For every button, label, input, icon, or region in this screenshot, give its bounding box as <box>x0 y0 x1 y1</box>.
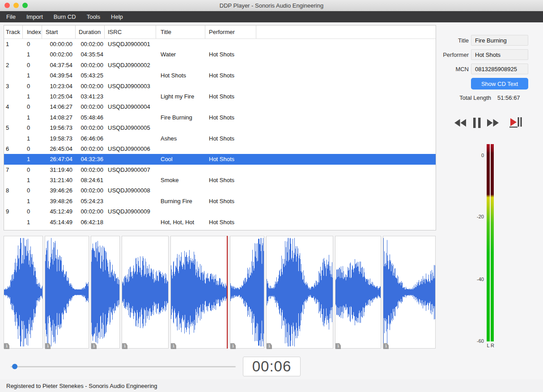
meter-channel-right-label: R <box>491 343 494 348</box>
waveform-segment[interactable]: 1 <box>383 236 436 349</box>
column-header-start[interactable]: Start <box>42 26 76 38</box>
table-row[interactable]: 126:47:0404:32:36CoolHot Shots <box>4 154 436 164</box>
playhead-cursor[interactable] <box>227 236 228 349</box>
play-to-marker-button[interactable] <box>509 117 523 128</box>
menu-burn-cd[interactable]: Burn CD <box>48 11 81 22</box>
table-row[interactable]: 8039:46:2600:02:00USQDJ0900008 <box>4 185 436 196</box>
cell-filler <box>256 102 436 112</box>
cell-duration: 00:02:00 <box>76 102 105 112</box>
mcn-field-label: MCN <box>424 66 469 72</box>
cell-isrc: USQDJ0900008 <box>105 185 156 196</box>
table-row[interactable]: 3010:23:0400:02:00USQDJ0900003 <box>4 81 436 91</box>
mcn-field[interactable] <box>471 64 528 74</box>
menu-tools[interactable]: Tools <box>81 11 106 22</box>
column-header-index[interactable]: Index <box>23 26 42 38</box>
cell-isrc: USQDJ0900004 <box>105 102 156 112</box>
performer-field[interactable] <box>471 49 528 60</box>
table-row[interactable]: 7031:19:4000:02:00USQDJ0900007 <box>4 165 436 175</box>
cell-performer: Hot Shots <box>205 91 256 102</box>
zoom-window-button[interactable] <box>22 3 28 8</box>
waveform-segment[interactable]: 1 <box>335 236 381 349</box>
column-header-title[interactable]: Title <box>156 26 205 38</box>
cell-index: 1 <box>23 196 42 206</box>
table-row[interactable]: 9045:12:4900:02:00USQDJ0900009 <box>4 206 436 217</box>
cell-duration: 00:02:00 <box>76 39 105 49</box>
window-controls <box>4 3 28 8</box>
seek-slider-track[interactable] <box>11 366 236 367</box>
table-row[interactable]: 5019:56:7300:02:00USQDJ0900005 <box>4 123 436 133</box>
cell-start: 39:48:26 <box>42 196 76 206</box>
column-header-track[interactable]: Track <box>4 26 23 38</box>
close-window-button[interactable] <box>4 3 10 8</box>
waveform-segment[interactable]: 1 <box>170 236 228 349</box>
table-row[interactable]: 104:39:5405:43:25Hot ShotsHot Shots <box>4 70 436 81</box>
cell-duration: 04:35:54 <box>76 49 105 60</box>
waveform-segment[interactable]: 1 <box>266 236 333 349</box>
table-row[interactable]: 6026:45:0400:02:00USQDJ0900006 <box>4 144 436 154</box>
table-row[interactable]: 110:25:0403:41:23Light my FireHot Shots <box>4 91 436 102</box>
waveform-segment[interactable]: 1 <box>4 236 43 349</box>
cell-start: 31:21:40 <box>42 175 76 185</box>
table-row[interactable]: 2004:37:5400:02:00USQDJ0900002 <box>4 60 436 70</box>
cell-start: 19:56:73 <box>42 123 76 133</box>
menu-file[interactable]: File <box>1 11 21 22</box>
waveform-canvas <box>230 236 264 348</box>
cell-start: 45:12:49 <box>42 206 76 217</box>
waveform-canvas <box>4 236 42 348</box>
minimize-window-button[interactable] <box>13 3 19 8</box>
cell-performer <box>205 39 256 49</box>
cell-index: 0 <box>23 144 42 154</box>
cell-start: 14:06:27 <box>42 102 76 112</box>
menu-help[interactable]: Help <box>106 11 128 22</box>
column-header-performer[interactable]: Performer <box>205 26 256 38</box>
waveform-display[interactable]: 111111111 <box>4 236 436 349</box>
cell-duration: 00:02:00 <box>76 144 105 154</box>
waveform-segment[interactable]: 1 <box>91 236 120 349</box>
cell-start: 14:08:27 <box>42 112 76 123</box>
table-row[interactable]: 145:14:4906:42:18Hot, Hot, HotHot Shots <box>4 217 436 227</box>
menu-import[interactable]: Import <box>21 11 48 22</box>
cell-filler <box>256 206 436 217</box>
table-header-row: TrackIndexStartDurationISRCTitlePerforme… <box>4 26 436 39</box>
column-header-filler <box>256 26 436 38</box>
rewind-button[interactable] <box>454 119 466 127</box>
table-row[interactable]: 114:08:2705:48:46Fire BurningHot Shots <box>4 112 436 123</box>
cell-title: Burning Fire <box>156 196 205 206</box>
cell-filler <box>256 165 436 175</box>
fast-forward-button[interactable] <box>487 119 499 127</box>
column-header-isrc[interactable]: ISRC <box>105 26 156 38</box>
table-row[interactable]: 119:58:7306:46:06AshesHot Shots <box>4 133 436 144</box>
cell-filler <box>256 185 436 196</box>
cell-title: Light my Fire <box>156 91 205 102</box>
cell-start: 39:46:26 <box>42 185 76 196</box>
table-row[interactable]: 100:02:0004:35:54WaterHot Shots <box>4 49 436 60</box>
pause-button[interactable] <box>473 118 481 128</box>
cell-duration: 00:02:00 <box>76 123 105 133</box>
column-header-duration[interactable]: Duration <box>76 26 105 38</box>
waveform-canvas <box>267 236 333 348</box>
waveform-canvas <box>335 236 381 348</box>
cell-filler <box>256 154 436 164</box>
cell-duration: 00:02:00 <box>76 60 105 70</box>
waveform-segment[interactable]: 1 <box>230 236 264 349</box>
cell-start: 10:25:04 <box>42 91 76 102</box>
cell-isrc: USQDJ0900009 <box>105 206 156 217</box>
seek-slider-thumb[interactable] <box>12 364 17 369</box>
cell-isrc <box>105 154 156 164</box>
waveform-segment[interactable]: 1 <box>45 236 89 349</box>
cell-title: Hot, Hot, Hot <box>156 217 205 227</box>
cell-filler <box>256 175 436 185</box>
cell-title <box>156 144 205 154</box>
cell-isrc <box>105 70 156 81</box>
table-row[interactable]: 139:48:2605:24:23Burning FireHot Shots <box>4 196 436 206</box>
table-row[interactable]: 131:21:4008:24:61SmokeHot Shots <box>4 175 436 185</box>
cell-track <box>4 196 23 206</box>
table-row[interactable]: 1000:00:0000:02:00USQDJ0900001 <box>4 39 436 49</box>
waveform-segment[interactable]: 1 <box>122 236 169 349</box>
title-field[interactable] <box>471 35 528 46</box>
cell-duration: 03:41:23 <box>76 91 105 102</box>
cell-index: 0 <box>23 206 42 217</box>
show-cd-text-button[interactable]: Show CD Text <box>471 78 528 89</box>
cell-duration: 06:42:18 <box>76 217 105 227</box>
table-row[interactable]: 4014:06:2700:02:00USQDJ0900004 <box>4 102 436 112</box>
